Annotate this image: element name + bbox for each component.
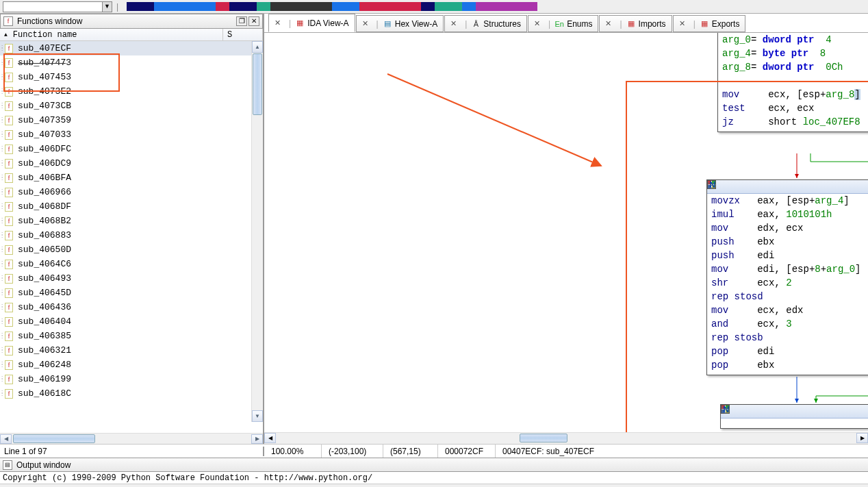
tab-imports[interactable]: ✕|▦Imports: [599, 15, 672, 32]
functions-list[interactable]: ::fsub_407ECF::fsub_407473::fsub_407453:…: [0, 41, 263, 433]
function-icon: f: [5, 188, 13, 197]
function-list-item[interactable]: ::fsub_406248: [0, 358, 263, 372]
function-name: sub_4073CB: [15, 101, 71, 111]
close-icon[interactable]: ✕: [275, 18, 281, 27]
close-icon[interactable]: ✕: [679, 19, 685, 28]
function-list-item[interactable]: ::fsub_406404: [0, 314, 263, 329]
function-list-item[interactable]: ::fsub_4068B2: [0, 214, 263, 228]
tab-icon: Å: [471, 19, 481, 29]
function-list-item[interactable]: ::fsub_407033: [0, 127, 263, 142]
node-header: N: [707, 180, 868, 194]
status-address: 00407ECF: sub_407ECF: [496, 445, 868, 458]
tab-structures[interactable]: ✕|ÅStructures: [444, 15, 527, 32]
close-icon[interactable]: ✕: [605, 19, 611, 28]
close-icon[interactable]: ✕: [450, 19, 457, 28]
graph-node[interactable]: N movzx eax, [esp+arg_4]imul eax, 101010…: [706, 179, 868, 375]
tab-label: Imports: [639, 19, 666, 29]
scroll-thumb[interactable]: [13, 434, 95, 443]
graph-node[interactable]: N: [720, 404, 868, 429]
close-icon[interactable]: ✕: [362, 19, 368, 28]
function-icon: f: [5, 346, 13, 355]
function-list-item[interactable]: ::fsub_407ECF: [0, 41, 263, 55]
function-icon: f: [5, 58, 13, 68]
function-list-item[interactable]: ::fsub_406DC9: [0, 156, 263, 171]
tab-hex-view-a[interactable]: ✕|▤Hex View-A: [356, 15, 444, 32]
function-list-item[interactable]: ::fsub_4073CB: [0, 99, 263, 113]
tab-label: Hex View-A: [395, 19, 437, 29]
function-icon: f: [5, 116, 13, 125]
function-icon: f: [5, 145, 13, 154]
function-name: sub_407ECF: [15, 43, 71, 53]
chart-icon: [707, 180, 716, 189]
scroll-right-button[interactable]: ▶: [251, 434, 263, 444]
function-icon: f: [5, 231, 13, 240]
function-icon: f: [5, 73, 13, 82]
function-icon: f: [5, 202, 13, 212]
scroll-left-button[interactable]: ◀: [264, 433, 276, 443]
functions-panel-title: Functions window: [17, 16, 235, 26]
function-list-item[interactable]: ::fsub_406321: [0, 343, 263, 358]
function-list-item[interactable]: ::fsub_406199: [0, 372, 263, 386]
function-list-item[interactable]: ::fsub_406BFA: [0, 171, 263, 185]
function-list-item[interactable]: ::fsub_406385: [0, 329, 263, 343]
function-name: sub_406321: [15, 345, 71, 355]
vertical-scrollbar[interactable]: ▲ ▼: [251, 41, 263, 422]
function-list-item[interactable]: ::fsub_4064C6: [0, 257, 263, 271]
function-name: sub_406404: [15, 316, 71, 327]
function-icon: f: [5, 288, 13, 298]
functions-panel-header[interactable]: f Functions window ❐ ✕: [0, 14, 263, 29]
tab-icon: ▦: [700, 19, 709, 29]
function-list-item[interactable]: ::fsub_407359: [0, 113, 263, 127]
function-list-item[interactable]: ::fsub_406493: [0, 271, 263, 286]
function-name: sub_4064C6: [15, 259, 71, 269]
function-list-item[interactable]: ::fsub_4068DF: [0, 199, 263, 214]
function-icon: f: [5, 87, 13, 97]
function-list-item[interactable]: ::fsub_406DFC: [0, 142, 263, 156]
functions-list-header[interactable]: ▲Function name S: [0, 29, 263, 41]
scroll-right-button[interactable]: ▶: [856, 433, 868, 443]
scroll-thumb[interactable]: [520, 434, 567, 442]
function-list-item[interactable]: ::fsub_407473: [0, 55, 263, 70]
function-icon: f: [5, 389, 13, 399]
function-list-item[interactable]: ::fsub_40618C: [0, 386, 263, 401]
panel-close-button[interactable]: ✕: [248, 16, 259, 26]
tab-icon: ▤: [383, 19, 392, 29]
tab-enums[interactable]: ✕|EnEnums: [528, 15, 598, 32]
function-list-item[interactable]: ::fsub_406883: [0, 228, 263, 242]
function-name: sub_406493: [15, 273, 71, 284]
navigation-band[interactable]: [127, 2, 865, 11]
toolbar-dropdown[interactable]: ▼: [3, 1, 112, 12]
function-list-item[interactable]: ::fsub_406966: [0, 185, 263, 199]
status-coord1: (-203,100): [322, 445, 383, 458]
function-list-item[interactable]: ::fsub_4073E2: [0, 84, 263, 99]
output-icon: ▤: [3, 460, 12, 470]
function-name: sub_406DFC: [15, 144, 71, 154]
tab-exports[interactable]: ✕|▦Exports: [673, 15, 746, 32]
function-icon: f: [5, 101, 13, 111]
function-name: sub_40650D: [15, 245, 71, 255]
graph-horizontal-scrollbar[interactable]: ◀ ▶: [264, 432, 868, 444]
function-name: sub_40645D: [15, 288, 71, 298]
horizontal-scrollbar[interactable]: ◀ ▶: [0, 433, 263, 444]
scroll-thumb[interactable]: [253, 53, 262, 115]
function-list-item[interactable]: ::fsub_40645D: [0, 286, 263, 300]
scroll-left-button[interactable]: ◀: [0, 434, 12, 444]
output-line: Copyright (c) 1990-2009 Python Software …: [0, 472, 868, 484]
function-name: sub_407359: [15, 115, 71, 125]
scroll-up-button[interactable]: ▲: [252, 41, 263, 53]
function-list-item[interactable]: ::fsub_407453: [0, 70, 263, 84]
tab-icon: ▦: [626, 19, 636, 29]
status-coord2: (567,15): [383, 445, 438, 458]
function-list-item[interactable]: ::fsub_40650D: [0, 242, 263, 257]
status-zoom: 100.00%: [264, 445, 322, 458]
function-list-item[interactable]: ::fsub_406436: [0, 300, 263, 314]
graph-view[interactable]: arg_0= dword ptr 4arg_4= byte ptr 8arg_8…: [264, 33, 868, 432]
output-panel-header[interactable]: ▤ Output window: [0, 458, 868, 472]
col-segment: S: [223, 29, 263, 40]
graph-node[interactable]: arg_0= dword ptr 4arg_4= byte ptr 8arg_8…: [717, 33, 868, 132]
close-icon[interactable]: ✕: [534, 19, 540, 28]
scroll-down-button[interactable]: ▼: [252, 410, 263, 422]
chart-icon: [721, 405, 730, 414]
panel-restore-button[interactable]: ❐: [236, 16, 247, 26]
tab-ida-view-a[interactable]: ✕|▦IDA View-A: [268, 14, 355, 32]
